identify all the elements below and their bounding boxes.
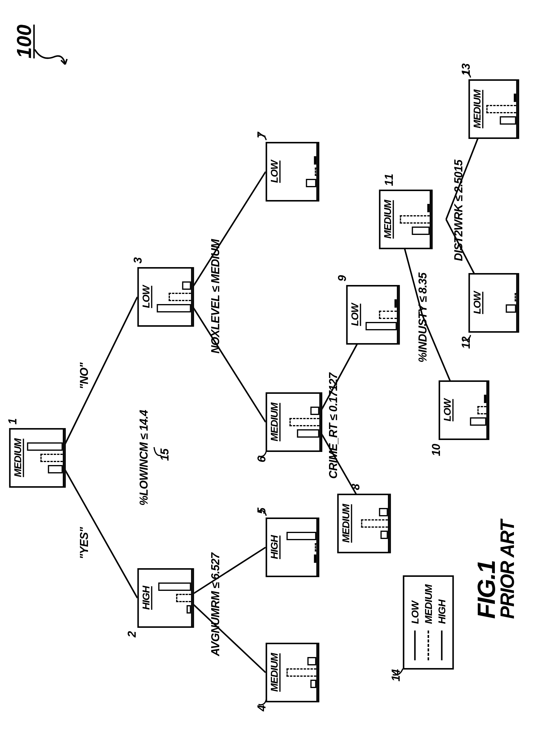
pointer-13 [460,70,472,82]
node-title: LOW [140,270,152,323]
legend-label: LOW [409,601,421,624]
svg-line-2 [187,598,266,672]
node-title: LOW [442,384,453,437]
legend-row-medium: MEDIUM [423,584,434,660]
svg-line-1 [58,297,137,458]
pointer-15 [152,443,164,457]
tree-node-2: HIGH [137,568,194,628]
tree-node-6: MEDIUM [266,392,322,452]
legend-label: HIGH [436,600,447,624]
split-avgnumrm: AVGNUMRM ≤ 6.527 [209,553,222,656]
legend-row-low: LOW [409,584,421,660]
node-id-2: 2 [125,631,138,637]
node-id-8: 8 [349,484,362,490]
node-title: MEDIUM [340,497,352,550]
node-title: MEDIUM [269,396,280,448]
node-title: MEDIUM [472,83,483,136]
bars [361,288,397,341]
node-title: MEDIUM [269,646,280,699]
pointer-12 [460,330,472,342]
pointer-6 [256,447,268,458]
bars [280,145,316,198]
node-id-11: 11 [382,174,395,186]
svg-line-3 [187,547,266,598]
tree-node-1: MEDIUM [9,428,66,488]
node-title: LOW [269,145,280,198]
split-crimert: CRIME_RT ≤ 0.17127 [327,373,340,479]
bars [483,83,516,136]
ref-100: 100 [12,25,35,58]
node-id-10: 10 [429,444,442,456]
tree-node-3: LOW [137,267,194,327]
bars [152,572,191,625]
ref-100-arrow [33,43,69,70]
tree-node-13: MEDIUM [468,79,519,139]
split-industy: %INDUSTY ≤ 8.35 [416,273,429,363]
svg-line-5 [187,172,266,297]
node-id-1: 1 [6,419,19,425]
bars [352,497,388,550]
node-id-9: 9 [336,275,348,281]
no-label: "NO" [78,363,90,389]
split-dist2wrk: DIST2WRK ≤ 2.5015 [452,160,465,261]
bars [280,646,316,699]
svg-line-4 [187,297,266,422]
diagram-canvas: MEDIUM 1 HIGH 2 LOW 3 MEDIUM [0,0,539,756]
node-title: HIGH [269,521,280,574]
tree-node-11: MEDIUM [379,190,432,249]
node-id-3: 3 [131,257,144,263]
node-title: LOW [349,288,361,341]
bars [393,193,429,246]
legend-label: MEDIUM [423,584,434,624]
tree-node-9: LOW [346,285,400,345]
tree-node-8: MEDIUM [337,494,391,553]
bars [152,270,191,323]
tree-node-10: LOW [438,380,489,440]
node-title: LOW [472,276,483,329]
legend: LOW MEDIUM HIGH [403,575,454,669]
pointer-7 [256,132,268,144]
tree-node-12: LOW [468,273,519,333]
legend-row-high: HIGH [436,584,447,660]
split-lowincm: %LOWINCM ≤ 14.4 [137,410,150,506]
legend-line-low [414,631,416,660]
yes-label: "YES" [78,527,90,559]
node-title: MEDIUM [12,431,24,484]
tree-node-7: LOW [266,142,319,201]
node-title: MEDIUM [382,193,393,246]
pointer-14 [390,665,405,677]
pointer-5 [256,508,268,520]
bars [280,396,319,448]
split-noxlevel: NOXLEVEL ≤ MEDIUM [209,240,222,354]
node-title: HIGH [140,572,152,625]
legend-line-medium [427,631,429,660]
pointer-4 [256,695,268,707]
bars [280,521,316,574]
tree-node-5: HIGH [266,517,319,577]
legend-line-high [441,631,442,660]
bars [24,431,63,484]
bars [453,384,486,437]
svg-line-0 [58,458,137,598]
tree-node-4: MEDIUM [266,643,319,702]
bars [483,276,516,329]
